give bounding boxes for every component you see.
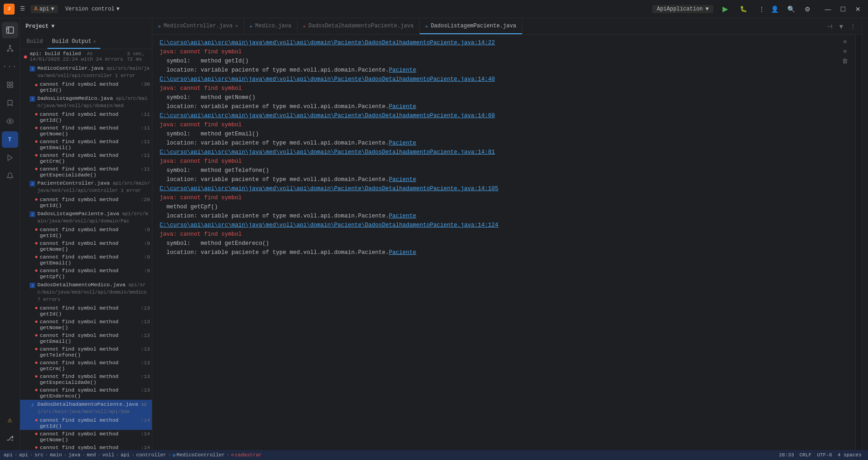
cursor-position[interactable]: 28:33 [776,452,797,458]
activity-bookmark-icon[interactable] [2,95,18,111]
activity-todo-icon[interactable]: T [2,131,18,148]
breadcrumb-med[interactable]: med [87,452,96,458]
error-listagem-paciente-getemail[interactable]: ● cannot find symbol method getEmail() :… [20,253,152,267]
console-path-line-3[interactable]: C:\curso\api\api\src\main\java\med\voll\… [152,111,855,120]
console-symbol-4: symbol: method getTelefone() [152,166,855,175]
error-listagem-paciente-getid[interactable]: ● cannot find symbol method getId() :9 [20,226,152,239]
console-path-line-2[interactable]: C:\curso\api\api\src\main\java\med\voll\… [152,75,855,84]
file-icon-paciente-controller: J [29,181,36,188]
tree-item-dados-listagem-medico-file[interactable]: J DadosListagemMedico.java api/src/main/… [20,94,152,110]
tab-split-left-button[interactable]: ⊣ [825,22,834,31]
java-file-icon: ☕ [425,23,428,29]
editor-tab-medico[interactable]: ☕ Medico.java [244,18,297,34]
close-button[interactable]: ✕ [852,4,864,15]
error-paciente-controller-getid[interactable]: ● cannot find symbol method getId() :29 [20,196,152,209]
editor-tab-dados-listagem-paciente[interactable]: ☕ DadosListagemPaciente.java [420,18,522,34]
error-listagem-medico-getespecialidade[interactable]: ● cannot find symbol method getEspeciali… [20,165,152,179]
tab-build-output[interactable]: Build Output ✕ [47,35,100,49]
error-detalhamento-paciente-getemail[interactable]: ● cannot find symbol method getEmail() :… [20,444,152,450]
svg-text:J: J [31,212,33,217]
svg-rect-0 [6,27,13,33]
svg-rect-6 [7,85,10,88]
tree-item-paciente-controller-file[interactable]: J PacienteController.java api/src/main/j… [20,179,152,195]
version-control-selector[interactable]: Version control ▼ [62,5,123,13]
encoding[interactable]: UTF-8 [814,452,835,458]
filter-button[interactable]: ≡ [842,48,848,55]
breadcrumb-java[interactable]: java [68,452,80,458]
error-listagem-medico-getemail[interactable]: ● cannot find symbol method getEmail() :… [20,138,152,151]
error-listagem-paciente-getcpf[interactable]: ● cannot find symbol method getCpf() :9 [20,267,152,280]
search-button[interactable]: 🔍 [785,3,797,16]
minimize-button[interactable]: — [821,4,835,15]
svg-text:J: J [31,97,33,102]
console-path-line-4[interactable]: C:\curso\api\api\src\main\java\med\voll\… [152,148,855,157]
breadcrumb-controller[interactable]: controller [136,452,166,458]
activity-git-bottom-icon[interactable]: ⎇ [2,430,18,446]
error-detalhamento-paciente-getname[interactable]: ● cannot find symbol method getNome() :1… [20,430,152,444]
settings-button[interactable]: ⚙ [801,3,814,16]
activity-structure-icon[interactable] [2,77,18,93]
vcs-chevron-icon: ▼ [116,6,120,12]
breadcrumb-api3[interactable]: api [121,452,130,458]
breadcrumb-api1[interactable]: api [4,452,13,458]
profile-button[interactable]: 👤 [768,3,781,16]
error-detalhamento-medico-getname[interactable]: ● cannot find symbol method getNome() :1… [20,318,152,331]
error-detalhamento-medico-getendereco[interactable]: ● cannot find symbol method getEndereco(… [20,386,152,400]
tree-item-medico-controller-file[interactable]: J MedicoController.java api/src/main/jav… [20,64,152,80]
tab-more-button[interactable]: ⋮ [848,22,858,31]
run-config-selector[interactable]: ApiApplication ▼ [652,5,713,13]
activity-warning-icon[interactable]: ⚠ [2,412,18,428]
run-button[interactable]: ▶ [719,3,732,16]
console-output[interactable]: ≡ ≡ 🗑 C:\curso\api\api\src\main\java\med… [152,35,855,450]
editor-tab-dados-detalhamento-paciente[interactable]: ☕ DadosDetalhadamentoPaciente.java [297,18,420,34]
scroll-top-button[interactable]: 🗑 [842,57,848,64]
error-listagem-medico-getcrm[interactable]: ● cannot find symbol method getCrm() :11 [20,151,152,165]
tree-item-dados-detalhamento-medico-file[interactable]: J DadosDetalhamentoMedico.java api/src/m… [20,280,152,304]
debug-button[interactable]: 🐛 [737,3,750,16]
error-listagem-medico-getid[interactable]: ● cannot find symbol method getId() :11 [20,110,152,124]
project-selector[interactable]: A api ▼ [31,5,58,13]
console-path-line-6[interactable]: C:\curso\api\api\src\main\java\med\voll\… [152,221,855,230]
clear-console-button[interactable]: ≡ [842,38,848,45]
activity-git-icon[interactable] [2,40,18,57]
maximize-button[interactable]: ☐ [837,4,850,15]
indent-setting[interactable]: 4 spaces [835,452,864,458]
java-file-icon: ☕ [249,23,253,29]
titlebar-left: J ☰ A api ▼ Version control ▼ [4,4,652,15]
editor-tab-medico-controller[interactable]: ☕ MedicoController.java ✕ [152,18,244,34]
build-summary-item[interactable]: ◼ api: build failed At 14/01/2025 22:24 … [20,49,152,64]
error-listagem-paciente-getname[interactable]: ● cannot find symbol method getNome() :9 [20,239,152,253]
tab-close-icon[interactable]: ✕ [235,23,238,29]
error-detalhamento-medico-gettelefone[interactable]: ● cannot find symbol method getTelefone(… [20,345,152,359]
breadcrumb-class[interactable]: MedicoController [177,452,225,458]
activity-notifications-icon[interactable] [2,168,18,184]
error-detalhamento-medico-getid[interactable]: ● cannot find symbol method getId() :13 [20,304,152,318]
tree-item-dados-listagem-paciente-file[interactable]: J DadosListagemPaciente.java api/src/mai… [20,209,152,226]
error-detalhamento-paciente-getid[interactable]: ● cannot find symbol method getId() :14 [20,416,152,430]
error-detalhamento-medico-getemail[interactable]: ● cannot find symbol method getEmail() :… [20,331,152,345]
console-path-line-1[interactable]: C:\curso\api\api\src\main\java\med\voll\… [152,38,855,47]
activity-preview-icon[interactable] [2,113,18,129]
line-ending[interactable]: CRLF [797,452,814,458]
breadcrumb-api2[interactable]: api [19,452,28,458]
build-output-tab-close-icon[interactable]: ✕ [93,39,96,44]
editor-right-controls: ≡ ≡ 🗑 [842,38,848,64]
activity-project-icon[interactable] [2,22,18,38]
breadcrumb-main[interactable]: main [50,452,62,458]
hamburger-menu[interactable]: ☰ [18,4,27,14]
breadcrumb-method[interactable]: cadastrar [235,452,262,458]
tree-item-dados-detalhamento-paciente-file[interactable]: J DadosDetalhadamentoPaciente.java api/s… [20,400,152,416]
activity-run-icon[interactable] [2,150,18,166]
tree-error-medico-getid[interactable]: ● cannot find symbol method getId() :30 [20,80,152,94]
breadcrumb-src[interactable]: src [35,452,44,458]
breadcrumb-voll[interactable]: voll [102,452,114,458]
error-detalhamento-medico-getespecialidade[interactable]: ● cannot find symbol method getEspeciali… [20,372,152,386]
console-path-line-5[interactable]: C:\curso\api\api\src\main\java\med\voll\… [152,184,855,193]
tab-overflow-button[interactable]: ▼ [836,22,846,31]
more-actions-button[interactable]: ⋮ [755,3,768,16]
error-icon: ● [35,444,38,450]
tab-build[interactable]: Build [22,35,47,49]
error-listagem-medico-getname[interactable]: ● cannot find symbol method getNome() :1… [20,124,152,138]
activity-more-icon[interactable]: ··· [2,58,18,75]
error-detalhamento-medico-getcrm[interactable]: ● cannot find symbol method getCrm() :13 [20,359,152,372]
